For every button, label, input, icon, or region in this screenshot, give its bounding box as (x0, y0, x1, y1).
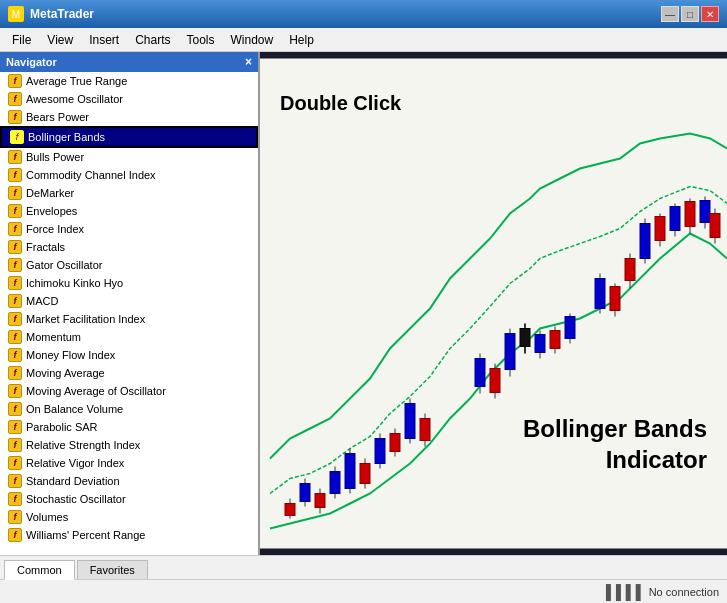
svg-rect-32 (550, 331, 560, 349)
nav-item-label: Market Facilitation Index (26, 313, 145, 325)
app-icon: M (8, 6, 24, 22)
nav-item[interactable]: Fractals (0, 238, 258, 256)
main-content: Navigator × Average True RangeAwesome Os… (0, 52, 727, 555)
nav-item-label: Stochastic Oscillator (26, 493, 126, 505)
menu-bar: File View Insert Charts Tools Window Hel… (0, 28, 727, 52)
indicator-label: Bollinger Bands Indicator (523, 413, 707, 475)
menu-insert[interactable]: Insert (81, 30, 127, 50)
svg-rect-24 (490, 369, 500, 393)
svg-rect-22 (475, 359, 485, 387)
nav-item-label: Gator Oscillator (26, 259, 102, 271)
nav-item-icon (8, 438, 22, 452)
nav-item-label: Fractals (26, 241, 65, 253)
nav-item-icon (8, 258, 22, 272)
nav-item-icon (8, 150, 22, 164)
menu-view[interactable]: View (39, 30, 81, 50)
nav-item[interactable]: Stochastic Oscillator (0, 490, 258, 508)
nav-item[interactable]: Awesome Oscillator (0, 90, 258, 108)
window-title: MetaTrader (30, 7, 94, 21)
nav-item-icon (8, 168, 22, 182)
nav-item[interactable]: Williams' Percent Range (0, 526, 258, 544)
nav-item[interactable]: Standard Deviation (0, 472, 258, 490)
nav-item[interactable]: Money Flow Index (0, 346, 258, 364)
nav-item[interactable]: Momentum (0, 328, 258, 346)
nav-item-label: Relative Strength Index (26, 439, 140, 451)
nav-item[interactable]: Market Facilitation Index (0, 310, 258, 328)
nav-item-label: DeMarker (26, 187, 74, 199)
svg-rect-20 (420, 419, 430, 441)
nav-item-label: Bulls Power (26, 151, 84, 163)
nav-item[interactable]: Moving Average (0, 364, 258, 382)
nav-item-icon (8, 92, 22, 106)
svg-rect-46 (670, 207, 680, 231)
nav-item[interactable]: Ichimoku Kinko Hyo (0, 274, 258, 292)
menu-help[interactable]: Help (281, 30, 322, 50)
navigator-header: Navigator × (0, 52, 258, 72)
nav-item[interactable]: DeMarker (0, 184, 258, 202)
svg-rect-26 (505, 334, 515, 370)
nav-item[interactable]: Force Index (0, 220, 258, 238)
nav-item-icon (8, 402, 22, 416)
svg-rect-12 (360, 464, 370, 484)
double-click-annotation: Double Click (280, 92, 401, 115)
svg-rect-42 (640, 224, 650, 259)
menu-charts[interactable]: Charts (127, 30, 178, 50)
tab-favorites[interactable]: Favorites (77, 560, 148, 579)
nav-item[interactable]: Bollinger Bands (0, 126, 258, 148)
nav-item[interactable]: Volumes (0, 508, 258, 526)
svg-rect-16 (390, 434, 400, 452)
nav-item-icon (8, 276, 22, 290)
nav-item-label: Money Flow Index (26, 349, 115, 361)
nav-item[interactable]: Bears Power (0, 108, 258, 126)
minimize-button[interactable]: — (661, 6, 679, 22)
candlestick-chart (260, 52, 727, 555)
nav-item[interactable]: Moving Average of Oscillator (0, 382, 258, 400)
nav-item-label: Ichimoku Kinko Hyo (26, 277, 123, 289)
nav-item-label: Relative Vigor Index (26, 457, 124, 469)
nav-item[interactable]: Parabolic SAR (0, 418, 258, 436)
nav-item-label: Williams' Percent Range (26, 529, 145, 541)
nav-item-label: Parabolic SAR (26, 421, 98, 433)
navigator-title: Navigator (6, 56, 57, 68)
nav-item-icon (8, 492, 22, 506)
nav-item[interactable]: MACD (0, 292, 258, 310)
nav-item-label: Average True Range (26, 75, 127, 87)
svg-rect-2 (285, 504, 295, 516)
svg-rect-44 (655, 217, 665, 241)
status-bar: ▐▐▐▐ No connection (0, 579, 727, 603)
nav-item[interactable]: Relative Strength Index (0, 436, 258, 454)
nav-item-icon (8, 348, 22, 362)
maximize-button[interactable]: □ (681, 6, 699, 22)
menu-tools[interactable]: Tools (179, 30, 223, 50)
svg-rect-38 (610, 287, 620, 311)
svg-rect-40 (625, 259, 635, 281)
tab-common[interactable]: Common (4, 560, 75, 580)
nav-item[interactable]: Commodity Channel Index (0, 166, 258, 184)
nav-item[interactable]: Envelopes (0, 202, 258, 220)
svg-rect-34 (565, 317, 575, 339)
nav-item-icon (8, 528, 22, 542)
nav-item-icon (8, 384, 22, 398)
svg-rect-10 (345, 454, 355, 489)
nav-item-icon (8, 420, 22, 434)
svg-rect-4 (300, 484, 310, 502)
close-button[interactable]: ✕ (701, 6, 719, 22)
nav-item-icon (8, 312, 22, 326)
nav-item[interactable]: Bulls Power (0, 148, 258, 166)
svg-rect-50 (700, 201, 710, 223)
chart-area: Double Click Bollinger Bands Indicator (260, 52, 727, 555)
nav-item[interactable]: On Balance Volume (0, 400, 258, 418)
menu-file[interactable]: File (4, 30, 39, 50)
nav-item[interactable]: Average True Range (0, 72, 258, 90)
navigator-close-button[interactable]: × (245, 55, 252, 69)
window-controls: — □ ✕ (661, 6, 719, 22)
nav-item-icon (8, 222, 22, 236)
nav-item[interactable]: Gator Oscillator (0, 256, 258, 274)
nav-item-label: Commodity Channel Index (26, 169, 156, 181)
svg-rect-36 (595, 279, 605, 309)
nav-item-icon (8, 474, 22, 488)
menu-window[interactable]: Window (223, 30, 282, 50)
nav-item[interactable]: Relative Vigor Index (0, 454, 258, 472)
navigator-list[interactable]: Average True RangeAwesome OscillatorBear… (0, 72, 258, 555)
svg-rect-30 (535, 335, 545, 353)
